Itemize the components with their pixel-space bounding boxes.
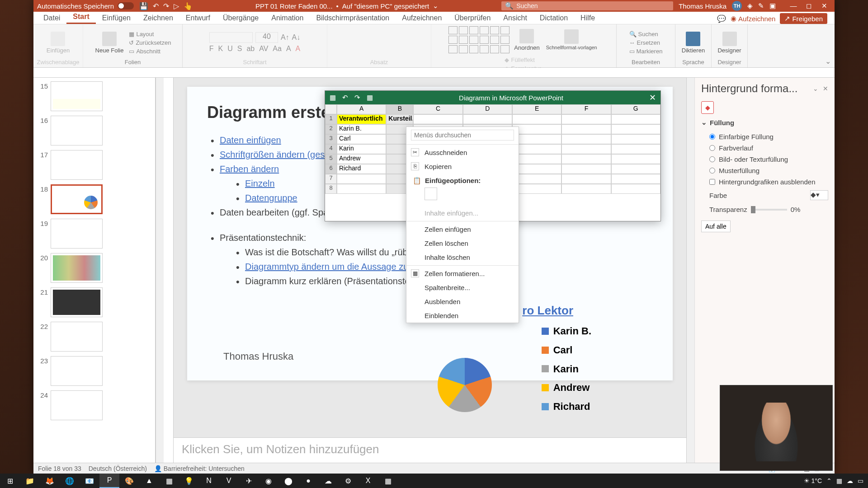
user-avatar[interactable]: TH (732, 1, 742, 11)
underline-button[interactable]: U (227, 45, 233, 53)
thumb-15[interactable] (51, 81, 103, 111)
shape-fill-button[interactable]: ◆ Fülleffekt (504, 56, 543, 64)
collapse-ribbon-icon[interactable]: ⌄ (825, 57, 831, 66)
search-input[interactable] (516, 2, 670, 9)
ctx-format-cells[interactable]: ▦Zellen formatieren... (406, 267, 519, 281)
reset-button[interactable]: ↺ Zurücksetzen (128, 39, 172, 47)
cell-a5[interactable]: Andrew (337, 154, 386, 164)
thumb-19[interactable] (51, 219, 103, 249)
redo-icon[interactable]: ↷ (163, 2, 169, 10)
thumb-24[interactable] (51, 390, 103, 420)
obs-icon[interactable]: ⬤ (278, 474, 298, 488)
telegram-icon[interactable]: ✈ (239, 474, 259, 488)
quickformat-button[interactable]: Schnellformat-vorlagen (544, 28, 599, 51)
record-button[interactable]: ◉ Aufzeichnen (731, 14, 776, 23)
language-indicator[interactable]: Deutsch (Österreich) (89, 465, 147, 472)
col-header-f[interactable]: F (561, 104, 611, 114)
font-size-input[interactable]: 40 (255, 32, 278, 43)
shapes-gallery[interactable] (448, 26, 509, 53)
paste-button[interactable]: Einfügen (45, 31, 71, 55)
fill-solid-option[interactable]: Einfarbige Füllung (701, 131, 828, 142)
grow-font-icon[interactable]: A↑ (281, 33, 289, 42)
cell-a3[interactable]: Carl (337, 134, 386, 144)
excel-close-button[interactable]: ✕ (649, 93, 656, 103)
ctx-cut[interactable]: ✂Ausschneiden (406, 145, 519, 160)
select-button[interactable]: ▭ Markieren (628, 47, 664, 55)
bold-button[interactable]: F (209, 45, 214, 53)
ctx-copy[interactable]: ⎘Kopieren (406, 160, 519, 174)
autosave-toggle[interactable] (118, 2, 134, 9)
cell-a2[interactable]: Karin B. (337, 124, 386, 134)
thumb-23[interactable] (51, 356, 103, 386)
hide-bg-option[interactable]: Hintergrundgrafiken ausblenden (701, 176, 828, 188)
app-icon-4[interactable]: V (219, 474, 239, 488)
tab-datei[interactable]: Datei (37, 12, 66, 24)
col-header-b[interactable]: B (386, 104, 413, 114)
explorer-icon[interactable]: 📁 (20, 474, 40, 488)
cell-a4[interactable]: Karin (337, 144, 386, 154)
app-icon-3[interactable]: 💡 (179, 474, 199, 488)
app-icon-6[interactable]: ● (298, 474, 318, 488)
cell-b1[interactable]: Kursteil. (386, 114, 413, 124)
comments-icon[interactable]: 💬 (717, 14, 726, 23)
fill-gradient-option[interactable]: Farbverlauf (701, 142, 828, 154)
section-button[interactable]: ▭ Abschnitt (128, 47, 172, 55)
replace-button[interactable]: ↔ Ersetzen (628, 39, 661, 47)
strike-button[interactable]: S (237, 45, 242, 53)
app-icon-1[interactable]: 🎨 (119, 474, 139, 488)
weather-widget[interactable]: ☀ 1°C (804, 477, 822, 484)
touch-icon[interactable]: 👆 (184, 2, 193, 10)
diamond-icon[interactable]: ◈ (747, 2, 753, 10)
col-header-a[interactable]: A (337, 104, 386, 114)
start-button[interactable]: ⊞ (0, 474, 20, 488)
app-icon-8[interactable]: ▦ (378, 474, 398, 488)
ctx-delete-cells[interactable]: Zellen löschen (406, 236, 519, 250)
app-icon-7[interactable]: ☁ (318, 474, 338, 488)
ctx-insert-cells[interactable]: Zellen einfügen (406, 222, 519, 236)
excel-icon[interactable]: X (358, 474, 378, 488)
tray-icon-1[interactable]: ▦ (836, 477, 842, 484)
transparency-slider[interactable] (751, 209, 787, 211)
tab-dictation[interactable]: Dictation (533, 12, 574, 24)
arrange-button[interactable]: Anordnen (512, 28, 541, 52)
minimize-button[interactable]: — (787, 2, 800, 10)
excel-undo-icon[interactable]: ↶ (342, 94, 348, 102)
excel-redo-icon[interactable]: ↷ (354, 94, 360, 102)
select-all-cell[interactable] (325, 104, 337, 114)
cell-a1[interactable]: Verantwortlich (337, 114, 386, 124)
thumb-18[interactable] (51, 184, 103, 214)
vlc-icon[interactable]: ▲ (139, 474, 159, 488)
paste-option-default[interactable] (425, 188, 437, 200)
pie-chart[interactable] (438, 358, 492, 412)
new-slide-button[interactable]: Neue Folie (94, 31, 126, 55)
col-header-c[interactable]: C (413, 104, 462, 114)
shrink-font-icon[interactable]: A↓ (292, 33, 301, 42)
powerpoint-icon[interactable]: P (99, 474, 119, 488)
italic-button[interactable]: K (218, 45, 223, 53)
tab-entwurf[interactable]: Entwurf (179, 12, 217, 24)
tab-bildschirm[interactable]: Bildschirmpräsentation (310, 12, 396, 24)
accessibility-check[interactable]: 👤 Barrierefreiheit: Untersuchen (154, 465, 245, 472)
col-header-d[interactable]: D (463, 104, 512, 114)
ctx-hide[interactable]: Ausblenden (406, 295, 519, 309)
settings-icon[interactable]: ⚙ (338, 474, 358, 488)
fill-section[interactable]: ⌄ Füllung (701, 118, 828, 127)
thumbs-scrollbar[interactable] (156, 78, 164, 463)
ctx-col-width[interactable]: Spaltenbreite... (406, 281, 519, 295)
thumb-22[interactable] (51, 322, 103, 352)
tab-ansicht[interactable]: Ansicht (497, 12, 533, 24)
layout-button[interactable]: ▦ Layout (128, 30, 172, 38)
ctx-clear[interactable]: Inhalte löschen (406, 250, 519, 264)
thumb-21[interactable] (51, 287, 103, 317)
tab-ueberpruefen[interactable]: Überprüfen (448, 12, 497, 24)
chrome-icon[interactable]: 🌐 (60, 474, 80, 488)
tab-hilfe[interactable]: Hilfe (574, 12, 601, 24)
tab-animation[interactable]: Animation (265, 12, 310, 24)
pane-close-icon[interactable]: ✕ (823, 85, 828, 92)
firefox-icon[interactable]: 🦊 (40, 474, 60, 488)
excel-grid-icon[interactable]: ▦ (367, 94, 373, 102)
app-icon-2[interactable]: ▦ (159, 474, 179, 488)
cell-a6[interactable]: Richard (337, 164, 386, 174)
ctx-unhide[interactable]: Einblenden (406, 309, 519, 323)
apply-all-button[interactable]: Auf alle (701, 221, 731, 232)
